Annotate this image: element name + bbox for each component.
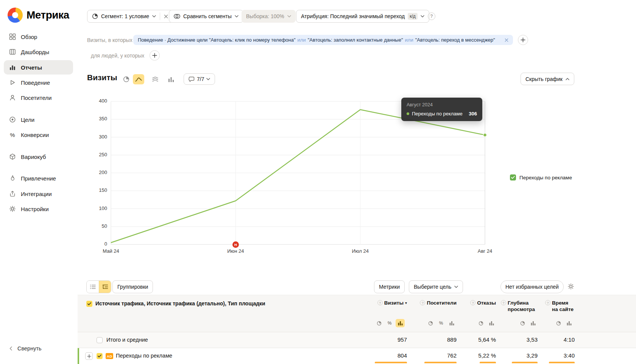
favorite-goals-button[interactable]: Нет избранных целей bbox=[500, 280, 564, 293]
play-icon bbox=[9, 79, 16, 86]
add-people-condition-button[interactable] bbox=[150, 50, 160, 61]
sidebar-item-overview[interactable]: Обзор bbox=[0, 30, 78, 44]
chevron-left-icon bbox=[8, 346, 14, 351]
visitors-bars-toggle[interactable] bbox=[447, 319, 456, 327]
sidebar-item-behavior[interactable]: Поведение bbox=[0, 75, 78, 90]
column-header-bounces[interactable]: ? Отказы bbox=[447, 300, 496, 306]
sidebar-item-settings[interactable]: Настройки bbox=[0, 202, 78, 216]
row-checkbox[interactable] bbox=[97, 353, 103, 359]
view-toggle-group bbox=[86, 280, 111, 293]
help-icon[interactable]: ? bbox=[428, 12, 435, 20]
hide-chart-label: Скрыть график bbox=[525, 76, 563, 82]
comments-count: 7/7 bbox=[197, 76, 204, 82]
visitors-pie-toggle[interactable] bbox=[426, 319, 435, 327]
annotation-marker[interactable]: Н bbox=[232, 241, 239, 248]
chevron-down-icon bbox=[152, 15, 156, 17]
depth-bars-toggle[interactable] bbox=[528, 319, 538, 327]
chevron-down-icon bbox=[287, 15, 291, 17]
sidebar-item-label: Интеграции bbox=[21, 191, 52, 197]
legend-label: Переходы по рекламе bbox=[519, 175, 572, 180]
sidebar-item-variocube[interactable]: Вариокуб bbox=[0, 149, 78, 164]
collapse-sidebar-button[interactable]: Свернуть bbox=[8, 345, 42, 352]
sidebar-item-dashboards[interactable]: Дашборды bbox=[0, 45, 78, 59]
column-header-time[interactable]: ? Время на сайте bbox=[545, 300, 575, 313]
bounces-bars-toggle[interactable] bbox=[487, 319, 496, 327]
chart-legend-item[interactable]: Переходы по рекламе bbox=[510, 174, 572, 180]
or-text: или bbox=[405, 37, 413, 43]
segment-button[interactable]: Сегмент: 1 условие bbox=[87, 10, 173, 23]
sampling-button[interactable]: Выборка: 100% bbox=[242, 10, 296, 23]
pie-icon bbox=[92, 13, 98, 19]
attribution-badge: к/д bbox=[408, 13, 418, 20]
condition-text: "Автоцель: переход в мессенджер" bbox=[415, 37, 495, 43]
help-icon[interactable]: ? bbox=[420, 300, 425, 305]
dimension-header[interactable]: Источник трафика, Источник трафика (дета… bbox=[95, 300, 265, 306]
column-header-visits[interactable]: ? Визиты ▾ bbox=[358, 300, 407, 306]
chart-plot-area[interactable] bbox=[111, 101, 485, 244]
visits-percent-toggle[interactable]: % bbox=[385, 319, 394, 327]
tooltip-series-label: Переходы по рекламе bbox=[412, 111, 463, 117]
line-view-button[interactable] bbox=[133, 74, 144, 84]
area-view-button[interactable] bbox=[150, 74, 161, 84]
x-axis-label: Июн 24 bbox=[220, 248, 251, 254]
visitors-percent-toggle[interactable]: % bbox=[436, 319, 446, 327]
pie-view-button[interactable] bbox=[120, 74, 132, 84]
depth-pie-toggle[interactable] bbox=[518, 319, 527, 327]
divider bbox=[160, 12, 160, 20]
condition-text: "Автоцель: заполнил контактные данные" bbox=[308, 37, 403, 43]
compare-segments-button[interactable]: Сравнить сегменты bbox=[169, 10, 243, 23]
sidebar-item-reports[interactable]: Отчеты bbox=[4, 60, 73, 75]
hide-chart-button[interactable]: Скрыть график bbox=[521, 73, 574, 85]
columns-view-button[interactable] bbox=[165, 74, 177, 84]
sidebar-item-acquisition[interactable]: Привлечение bbox=[0, 171, 78, 185]
sidebar-item-goals[interactable]: Цели bbox=[0, 112, 78, 127]
time-bars-toggle[interactable] bbox=[564, 319, 574, 327]
choose-goal-dropdown[interactable]: Выберите цель bbox=[409, 280, 463, 293]
remove-condition-button[interactable] bbox=[505, 38, 508, 42]
series-point[interactable] bbox=[483, 133, 487, 137]
time-pie-toggle[interactable] bbox=[554, 319, 563, 327]
visits-bars-toggle[interactable] bbox=[396, 319, 405, 327]
sidebar-item-visitors[interactable]: Посетители bbox=[0, 90, 78, 105]
row-label[interactable]: Переходы по рекламе bbox=[116, 353, 172, 359]
column-header-depth[interactable]: ? Глубина просмотра bbox=[501, 300, 539, 313]
table-row-totals[interactable]: Итого и средние 957 889 5,64 % 3,53 4:10 bbox=[78, 332, 636, 348]
help-icon[interactable]: ? bbox=[545, 300, 550, 305]
table-settings-gear-icon[interactable] bbox=[567, 283, 574, 290]
segment-label: Сегмент: 1 условие bbox=[101, 13, 149, 19]
flat-list-view-button[interactable] bbox=[87, 281, 99, 293]
y-axis-label: 150 bbox=[88, 187, 107, 193]
metrika-logo[interactable]: Метрика bbox=[8, 8, 69, 23]
clear-segment-button[interactable] bbox=[164, 14, 168, 19]
tree-view-button[interactable] bbox=[99, 281, 111, 293]
metrics-button[interactable]: Метрики bbox=[374, 280, 405, 293]
select-all-checkbox[interactable] bbox=[86, 301, 92, 307]
sampling-label: Выборка: 100% bbox=[246, 13, 284, 19]
chevron-up-icon bbox=[566, 78, 569, 80]
app-root: Метрика Обзор Дашборды Отчеты Поведение … bbox=[0, 0, 636, 364]
chevron-down-icon bbox=[421, 15, 424, 17]
sidebar-item-conversions[interactable]: % Конверсии bbox=[0, 128, 78, 142]
row-label: Итого и средние bbox=[106, 337, 148, 343]
ad-badge: AD bbox=[106, 353, 113, 359]
y-axis-label: 200 bbox=[88, 170, 107, 175]
sidebar-item-integrations[interactable]: Интеграции bbox=[0, 187, 78, 201]
columns-chart-icon bbox=[168, 77, 174, 82]
tooltip-value: 306 bbox=[469, 111, 477, 117]
row-checkbox[interactable] bbox=[97, 337, 103, 343]
comments-button[interactable]: 7/7 bbox=[184, 73, 215, 85]
y-axis-label: 50 bbox=[88, 223, 107, 229]
help-icon[interactable]: ? bbox=[501, 300, 506, 305]
expand-row-button[interactable] bbox=[85, 352, 93, 360]
help-icon[interactable]: ? bbox=[377, 300, 383, 305]
bounces-pie-toggle[interactable] bbox=[476, 319, 485, 327]
add-visit-condition-button[interactable] bbox=[518, 35, 528, 45]
legend-checkbox[interactable] bbox=[510, 174, 516, 180]
segment-condition-pill[interactable]: Поведение · Достижение цели "Автоцель: к… bbox=[133, 35, 513, 45]
table-row[interactable]: AD Переходы по рекламе 804 762 5,22 % 3,… bbox=[78, 348, 636, 364]
help-icon[interactable]: ? bbox=[470, 300, 475, 305]
cell-visits: 957 bbox=[365, 336, 407, 343]
groupings-button[interactable]: Группировки bbox=[112, 280, 153, 293]
attribution-button[interactable]: Атрибуция: Последний значимый переход к/… bbox=[296, 10, 429, 23]
visits-pie-toggle[interactable] bbox=[374, 319, 383, 327]
